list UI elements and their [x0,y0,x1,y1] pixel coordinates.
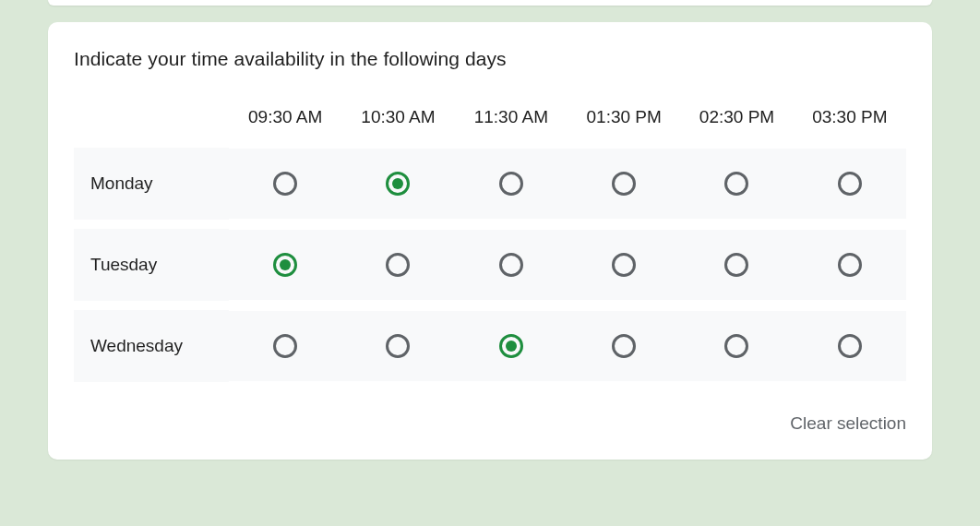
radio-option[interactable] [499,253,523,277]
row-gap [341,301,454,310]
row-gap [74,220,229,229]
row-label: Tuesday [74,229,229,301]
row-gap [794,220,906,229]
row-gap [568,220,680,229]
radio-option[interactable] [499,334,523,358]
row-gap [229,301,341,310]
form-card: Indicate your time availability in the f… [48,22,932,460]
radio-option[interactable] [612,334,636,358]
radio-cell [455,149,568,219]
question-title: Indicate your time availability in the f… [74,48,906,70]
column-header: 10:30 AM [341,107,454,148]
radio-option[interactable] [499,172,523,196]
row-label: Monday [74,148,229,220]
radio-option[interactable] [724,334,748,358]
radio-option[interactable] [612,172,636,196]
radio-cell [341,230,454,300]
radio-option[interactable] [273,334,297,358]
previous-card-edge [48,0,932,6]
radio-cell [680,149,793,219]
radio-cell [568,311,680,381]
clear-selection-button[interactable]: Clear selection [790,410,906,437]
row-gap [568,301,680,310]
radio-cell [229,311,341,381]
row-gap [455,220,568,229]
availability-grid: 09:30 AM10:30 AM11:30 AM01:30 PM02:30 PM… [74,107,906,382]
radio-option[interactable] [386,172,410,196]
row-gap [680,301,793,310]
column-header: 11:30 AM [455,107,568,148]
column-header: 02:30 PM [680,107,793,148]
radio-option[interactable] [724,172,748,196]
column-header: 03:30 PM [794,107,906,148]
column-header: 09:30 AM [229,107,341,148]
radio-cell [794,230,906,300]
radio-option[interactable] [838,253,862,277]
radio-cell [794,311,906,381]
row-gap [794,301,906,310]
radio-cell [341,311,454,381]
radio-option[interactable] [386,253,410,277]
radio-cell [794,149,906,219]
radio-cell [680,230,793,300]
radio-cell [680,311,793,381]
radio-cell [455,230,568,300]
row-gap [680,220,793,229]
header-spacer [74,109,229,146]
row-label: Wednesday [74,310,229,382]
radio-cell [229,149,341,219]
radio-option[interactable] [273,253,297,277]
radio-option[interactable] [838,334,862,358]
row-gap [229,220,341,229]
radio-option[interactable] [838,172,862,196]
row-gap [341,220,454,229]
radio-cell [341,149,454,219]
radio-option[interactable] [386,334,410,358]
radio-option[interactable] [273,172,297,196]
radio-cell [229,230,341,300]
radio-option[interactable] [724,253,748,277]
row-gap [74,301,229,310]
radio-cell [568,230,680,300]
column-header: 01:30 PM [568,107,680,148]
radio-option[interactable] [612,253,636,277]
card-footer: Clear selection [74,410,906,437]
radio-cell [455,311,568,381]
row-gap [455,301,568,310]
radio-cell [568,149,680,219]
